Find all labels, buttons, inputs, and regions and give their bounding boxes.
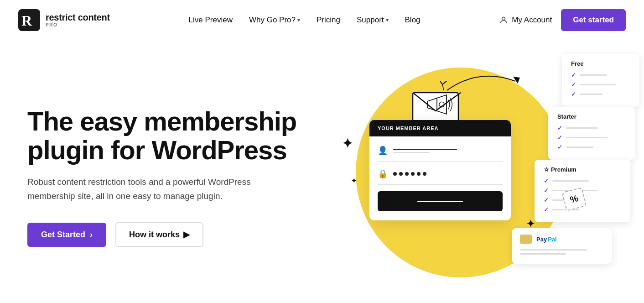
check-icon: ✓ (544, 178, 549, 184)
payment-icons: PayPal (520, 235, 604, 244)
play-icon: ▶ (183, 230, 190, 240)
pricing-cards-illustration: Free ✓ ✓ ✓ Starter ✓ (525, 54, 621, 209)
login-card-header: YOUR MEMBER AREA (369, 120, 511, 136)
payment-card-illustration: PayPal (512, 228, 612, 264)
main-nav: Live Preview Why Go Pro? ▾ Pricing Suppo… (189, 16, 421, 25)
hero-illustration: ✦ ✦ ✦ ✦ (328, 45, 626, 300)
hero-subtitle: Robust content restriction tools and a p… (27, 175, 274, 203)
premium-card-title: ☆Premium (544, 166, 621, 173)
header-get-started-button[interactable]: Get started (561, 9, 626, 31)
starter-check-2: ✓ (557, 134, 626, 141)
star-icon: ☆ (544, 166, 549, 173)
logo-pro-badge: PRO (46, 22, 110, 27)
login-submit-button (378, 191, 503, 211)
logo-text: restrict content PRO (46, 12, 110, 27)
my-account-link[interactable]: My Account (499, 16, 552, 25)
chevron-down-icon: ▾ (297, 17, 300, 23)
hero-content: The easy membership plugin for WordPress… (27, 98, 328, 247)
site-logo[interactable]: R restrict content PRO (18, 9, 110, 31)
hero-title: The easy membership plugin for WordPress (27, 107, 328, 164)
check-icon: ✓ (557, 134, 562, 141)
free-check-3: ✓ (571, 91, 630, 98)
chevron-down-icon-support: ▾ (386, 17, 389, 23)
free-check-2: ✓ (571, 81, 630, 88)
nav-why-go-pro[interactable]: Why Go Pro? ▾ (249, 16, 300, 25)
premium-check-1: ✓ (544, 178, 621, 184)
arrow-right-icon: › (90, 230, 93, 240)
site-header: R restrict content PRO Live Preview Why … (0, 0, 644, 40)
nav-blog[interactable]: Blog (405, 16, 421, 25)
credit-card-chip-icon (520, 235, 532, 244)
premium-check-4: ✓ (544, 206, 621, 213)
hero-section: The easy membership plugin for WordPress… (0, 40, 644, 303)
how-it-works-button[interactable]: How it works ▶ (115, 222, 203, 247)
hero-buttons: Get Started › How it works ▶ (27, 222, 328, 247)
check-icon: ✓ (544, 206, 549, 213)
hero-get-started-button[interactable]: Get Started › (27, 223, 106, 247)
login-card-body: 👤 🔒 (369, 136, 511, 220)
free-check-1: ✓ (571, 72, 630, 78)
check-icon: ✓ (571, 81, 576, 88)
star-decoration-2: ✦ (351, 177, 357, 184)
svg-point-2 (502, 17, 505, 20)
user-field-icon: 👤 (378, 146, 388, 156)
password-field: 🔒 (378, 169, 503, 185)
check-icon: ✓ (557, 144, 562, 151)
nav-pricing[interactable]: Pricing (317, 16, 340, 25)
logo-main-text: restrict content (46, 12, 110, 22)
starter-check-1: ✓ (557, 125, 626, 131)
paypal-icon: Pay (536, 236, 547, 243)
check-icon: ✓ (557, 125, 562, 131)
password-dots (393, 172, 426, 176)
check-icon: ✓ (571, 91, 576, 98)
star-decoration-1: ✦ (342, 136, 353, 151)
check-icon: ✓ (571, 72, 576, 78)
svg-marker-5 (513, 77, 520, 84)
payment-lines (520, 249, 604, 255)
check-icon: ✓ (544, 197, 549, 204)
pricing-card-free: Free ✓ ✓ ✓ (562, 54, 639, 107)
starter-check-3: ✓ (557, 144, 626, 151)
username-field: 👤 (378, 146, 503, 162)
nav-live-preview[interactable]: Live Preview (189, 16, 233, 25)
pricing-card-starter: Starter ✓ ✓ ✓ (548, 107, 635, 160)
header-right: My Account Get started (499, 9, 626, 31)
check-icon: ✓ (544, 187, 549, 194)
login-card-illustration: YOUR MEMBER AREA 👤 🔒 (369, 120, 511, 220)
logo-icon: R (18, 9, 40, 31)
free-card-title: Free (571, 60, 630, 67)
svg-text:R: R (21, 12, 32, 29)
starter-card-title: Starter (557, 113, 626, 120)
lock-field-icon: 🔒 (378, 169, 388, 179)
nav-support[interactable]: Support ▾ (357, 16, 389, 25)
user-icon (499, 16, 508, 25)
connecting-arrow (442, 63, 534, 99)
